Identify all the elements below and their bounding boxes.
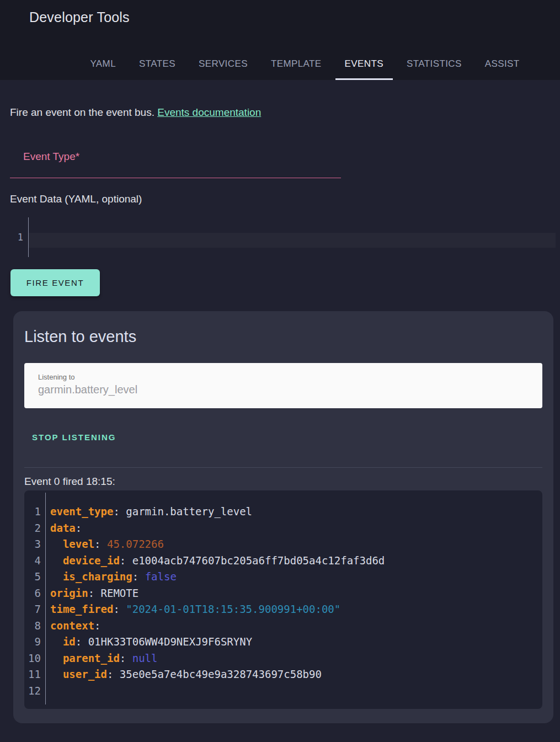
listening-to-label: Listening to — [38, 373, 542, 381]
code-line: 8context: — [24, 618, 542, 634]
code-line-content: event_type: garmin.battery_level — [41, 504, 252, 520]
editor-gutter: 1 — [10, 217, 29, 257]
code-line-number: 12 — [24, 683, 41, 700]
event-data-label: Event Data (YAML, optional) — [10, 193, 550, 205]
code-line-number: 7 — [24, 601, 41, 618]
code-line-content: device_id: e1004acb747607bc205a6ff7bd05a… — [41, 553, 385, 569]
tab-assist[interactable]: ASSIST — [476, 47, 529, 80]
code-line-number: 1 — [24, 504, 41, 520]
event-type-label: Event Type* — [10, 137, 341, 163]
tab-label: SERVICES — [199, 58, 248, 70]
tab-label: TEMPLATE — [271, 58, 322, 70]
tab-label: YAML — [90, 58, 116, 70]
code-line: 11 user_id: 35e0e5a7e4bc49e9a328743697c5… — [24, 666, 542, 683]
code-line: 6origin: REMOTE — [24, 585, 542, 602]
code-line-number: 3 — [24, 536, 41, 553]
event-fired-header: Event 0 fired 18:15: — [24, 476, 542, 488]
code-line-number: 9 — [24, 634, 41, 650]
tab-label: ASSIST — [485, 58, 520, 70]
stop-listening-button[interactable]: STOP LISTENING — [28, 428, 120, 446]
code-line: 5 is_charging: false — [24, 569, 542, 585]
tab-label: STATISTICS — [407, 58, 462, 70]
tab-bar: YAMLSTATESSERVICESTEMPLATEEVENTSSTATISTI… — [0, 47, 560, 80]
events-documentation-link[interactable]: Events documentation — [157, 106, 261, 118]
intro-label: Fire an event on the event bus. — [10, 106, 157, 118]
code-line: 4 device_id: e1004acb747607bc205a6ff7bd0… — [24, 553, 542, 569]
fire-event-button[interactable]: FIRE EVENT — [10, 269, 100, 296]
listen-title: Listen to events — [24, 328, 542, 346]
code-line-content: time_fired: "2024-01-01T18:15:35.900991+… — [41, 601, 340, 618]
event-yaml-code[interactable]: 1event_type: garmin.battery_level2data:3… — [24, 490, 542, 709]
code-line-content: level: 45.072266 — [41, 536, 164, 553]
code-gutter-rule — [45, 493, 46, 704]
tab-services[interactable]: SERVICES — [189, 47, 257, 80]
tab-yaml[interactable]: YAML — [81, 47, 125, 80]
code-line: 7time_fired: "2024-01-01T18:15:35.900991… — [24, 601, 542, 618]
code-line-content: id: 01HK33T06WW4D9NEXJ9F6SRYNY — [41, 634, 252, 650]
code-line-content: origin: REMOTE — [41, 585, 138, 602]
code-line-content: data: — [41, 520, 82, 537]
code-line-number: 8 — [24, 618, 41, 634]
tab-events[interactable]: EVENTS — [335, 47, 393, 80]
code-line: 9 id: 01HK33T06WW4D9NEXJ9F6SRYNY — [24, 634, 542, 650]
page-title: Developer Tools — [0, 0, 560, 25]
editor-active-line — [29, 233, 556, 248]
fire-event-section: Fire an event on the event bus. Events d… — [0, 106, 560, 296]
intro-text: Fire an event on the event bus. Events d… — [10, 106, 550, 119]
card-divider — [24, 467, 542, 468]
code-line-number: 5 — [24, 569, 41, 585]
editor-line-number: 1 — [18, 232, 23, 243]
code-line: 1event_type: garmin.battery_level — [24, 504, 542, 520]
code-line: 2data: — [24, 520, 542, 537]
editor-content[interactable] — [29, 217, 556, 257]
code-line: 3 level: 45.072266 — [24, 536, 542, 553]
code-line-content: user_id: 35e0e5a7e4bc49e9a328743697c58b9… — [41, 666, 322, 683]
event-data-editor[interactable]: 1 — [10, 217, 556, 257]
tab-template[interactable]: TEMPLATE — [262, 47, 331, 80]
event-type-input[interactable]: Event Type* — [10, 137, 341, 178]
code-line: 12 — [24, 683, 542, 700]
code-line-content: parent_id: null — [41, 650, 158, 667]
listen-to-events-card: Listen to events Listening to garmin.bat… — [13, 311, 553, 723]
code-line-content: is_charging: false — [41, 569, 177, 585]
code-line-number: 4 — [24, 553, 41, 569]
tab-states[interactable]: STATES — [130, 47, 185, 80]
app-header: Developer Tools YAMLSTATESSERVICESTEMPLA… — [0, 0, 560, 80]
code-line: 10 parent_id: null — [24, 650, 542, 667]
code-line-number: 10 — [24, 650, 41, 667]
code-line-number: 11 — [24, 666, 41, 683]
code-line-number: 2 — [24, 520, 41, 537]
code-line-content: context: — [41, 618, 101, 634]
listening-to-value: garmin.battery_level — [38, 383, 542, 396]
code-line-number: 6 — [24, 585, 41, 602]
listening-to-input[interactable]: Listening to garmin.battery_level — [24, 363, 542, 408]
tab-label: EVENTS — [345, 58, 383, 70]
tab-label: STATES — [139, 58, 175, 70]
tab-statistics[interactable]: STATISTICS — [397, 47, 471, 80]
